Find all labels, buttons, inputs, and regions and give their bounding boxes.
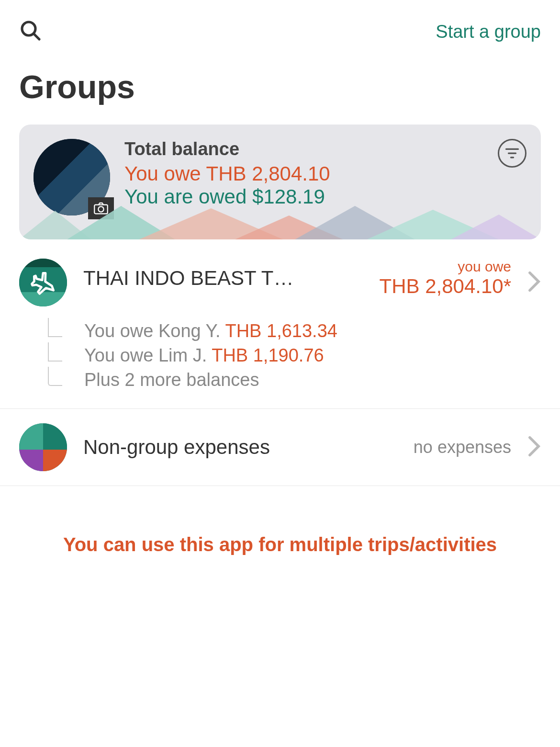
decorative-triangles	[19, 206, 541, 239]
start-group-button[interactable]: Start a group	[436, 22, 541, 42]
header: Start a group	[0, 0, 560, 54]
status-label: you owe	[379, 259, 511, 275]
balance-label: Total balance	[124, 139, 483, 159]
group-name: THAI INDO BEAST T…	[83, 267, 294, 290]
group-row[interactable]: THAI INDO BEAST T… you owe THB 2,804.10*	[0, 239, 560, 316]
branch-line	[48, 342, 62, 362]
group-avatar	[19, 423, 67, 471]
chevron-right-icon	[527, 271, 541, 294]
chevron-right-icon	[527, 436, 541, 459]
more-balances: Plus 2 more balances	[84, 370, 259, 390]
group-row[interactable]: Non-group expenses no expenses	[0, 408, 560, 486]
page-title: Groups	[0, 54, 560, 124]
search-icon[interactable]	[19, 19, 42, 44]
balance-details: You owe Kong Y. THB 1,613.34 You owe Lim…	[0, 316, 560, 408]
svg-line-1	[34, 34, 39, 39]
balance-line: You owe Lim J. THB 1,190.76	[84, 345, 324, 366]
group-name: Non-group expenses	[83, 436, 270, 459]
group-amount: THB 2,804.10*	[379, 275, 511, 298]
branch-line	[48, 367, 62, 386]
group-avatar	[19, 259, 67, 306]
status-label: no expenses	[414, 437, 511, 457]
you-are-owed-total: You are owed $128.19	[124, 185, 483, 208]
balance-card: Total balance You owe THB 2,804.10 You a…	[19, 124, 541, 239]
avatar[interactable]	[34, 139, 110, 215]
balance-line: You owe Kong Y. THB 1,613.34	[84, 321, 337, 341]
branch-line	[48, 318, 62, 337]
promo-text: You can use this app for multiple trips/…	[0, 486, 560, 555]
you-owe-total: You owe THB 2,804.10	[124, 162, 483, 185]
airplane-icon	[25, 264, 60, 301]
filter-button[interactable]	[498, 139, 526, 168]
